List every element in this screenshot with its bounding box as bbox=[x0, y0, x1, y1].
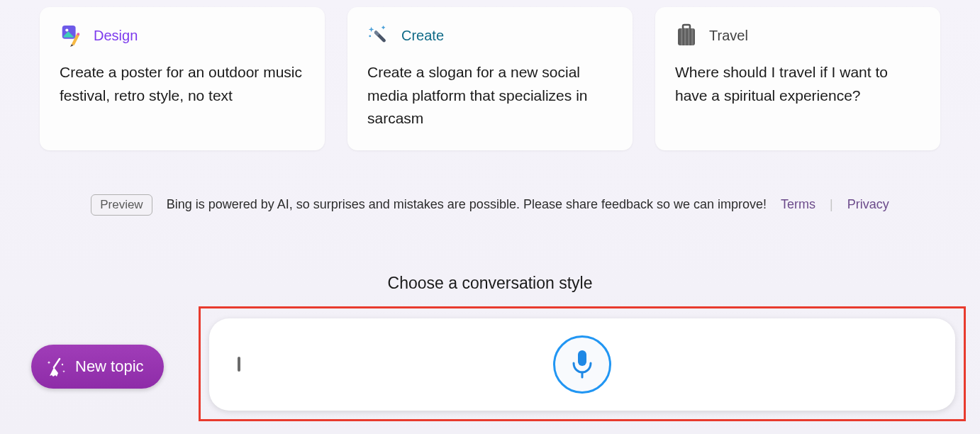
divider: | bbox=[830, 197, 833, 212]
conversation-style-heading: Choose a conversation style bbox=[0, 274, 980, 293]
svg-rect-12 bbox=[578, 350, 586, 366]
terms-link[interactable]: Terms bbox=[781, 197, 815, 212]
preview-badge: Preview bbox=[91, 194, 152, 216]
card-design[interactable]: Design Create a poster for an outdoor mu… bbox=[40, 7, 325, 150]
card-text: Create a poster for an outdoor music fes… bbox=[60, 61, 305, 107]
keyboard-icon[interactable] bbox=[238, 358, 240, 371]
chat-input-box[interactable] bbox=[209, 318, 955, 411]
svg-line-14 bbox=[54, 359, 60, 367]
microphone-button[interactable] bbox=[553, 335, 611, 394]
svg-point-2 bbox=[77, 33, 79, 35]
microphone-icon bbox=[570, 349, 594, 380]
card-title: Create bbox=[401, 28, 444, 44]
suitcase-icon bbox=[675, 24, 698, 47]
wand-icon bbox=[367, 24, 390, 47]
svg-rect-9 bbox=[684, 28, 686, 45]
new-topic-button[interactable]: New topic bbox=[31, 345, 164, 389]
design-icon bbox=[60, 24, 82, 47]
card-text: Create a slogan for a new social media p… bbox=[367, 61, 613, 130]
card-create[interactable]: Create Create a slogan for a new social … bbox=[347, 7, 633, 150]
card-text: Where should I travel if I want to have … bbox=[675, 61, 920, 107]
broom-icon bbox=[47, 357, 65, 376]
card-title: Travel bbox=[709, 28, 748, 44]
privacy-link[interactable]: Privacy bbox=[847, 197, 889, 212]
card-header: Create bbox=[367, 24, 613, 47]
new-topic-label: New topic bbox=[75, 357, 144, 376]
card-header: Travel bbox=[675, 24, 920, 47]
svg-rect-8 bbox=[681, 28, 683, 45]
svg-point-15 bbox=[62, 364, 63, 365]
card-header: Design bbox=[60, 24, 305, 47]
svg-rect-11 bbox=[691, 28, 694, 45]
svg-rect-10 bbox=[688, 28, 690, 45]
disclaimer-text: Bing is powered by AI, so surprises and … bbox=[167, 197, 767, 212]
svg-point-5 bbox=[369, 35, 371, 38]
suggestion-cards-row: Design Create a poster for an outdoor mu… bbox=[0, 0, 980, 150]
disclaimer-row: Preview Bing is powered by AI, so surpri… bbox=[0, 194, 980, 216]
card-travel[interactable]: Travel Where should I travel if I want t… bbox=[655, 7, 940, 150]
svg-point-1 bbox=[65, 28, 68, 31]
card-title: Design bbox=[94, 28, 138, 44]
input-highlight-box bbox=[199, 306, 966, 421]
